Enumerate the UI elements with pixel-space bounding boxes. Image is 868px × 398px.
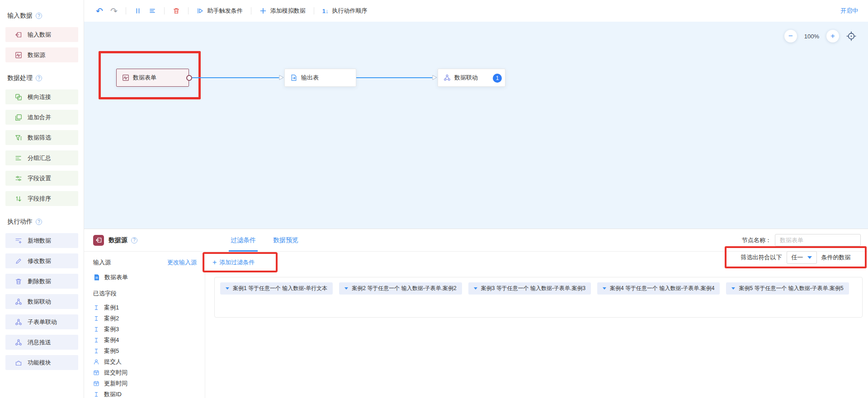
align-vertical-icon[interactable] (134, 7, 142, 14)
sidebar-item-label: 字段设置 (28, 174, 51, 183)
filter-icon (15, 134, 22, 141)
sidebar-item[interactable]: 修改数据 (5, 253, 78, 268)
trash-icon[interactable] (173, 7, 180, 14)
help-icon[interactable]: ? (36, 219, 42, 225)
panel-body: 输入源 更改输入源 数据表单 已选字段 案例1案例2案例3案例4案例5提交人提交… (84, 252, 868, 398)
field-item[interactable]: 案例5 (93, 346, 197, 356)
node-count-badge: 1 (493, 74, 502, 83)
sidebar-item[interactable]: 功能模块 (5, 355, 78, 370)
node-output-table[interactable]: 输出表 (284, 69, 356, 87)
help-icon[interactable]: ? (36, 75, 42, 81)
sidebar-item[interactable]: 数据联动 (5, 294, 78, 309)
node-output-port[interactable] (186, 75, 192, 81)
sidebar-item[interactable]: 数据筛选 (5, 130, 78, 145)
datasource-node-icon (93, 235, 104, 246)
edge-connector (192, 77, 279, 78)
filter-condition-chip[interactable]: 案例4 等于任意一个 输入数据-子表单.案例4 (597, 282, 720, 295)
share-icon (15, 339, 22, 346)
field-item[interactable]: 案例1 (93, 302, 197, 313)
sidebar-item-label: 输入数据 (28, 31, 51, 39)
field-name: 提交人 (104, 358, 122, 366)
text-field-icon (93, 348, 99, 354)
field-item[interactable]: 案例4 (93, 335, 197, 346)
add-filter-condition-button[interactable]: + 添加过滤条件 (212, 258, 255, 267)
flow-canvas[interactable]: 数据表单 输出表 数据联动 1 − 100% + (84, 22, 868, 229)
plus-icon (259, 7, 267, 14)
field-item[interactable]: 提交人 (93, 356, 197, 367)
node-name-input[interactable] (775, 234, 861, 246)
field-name: 提交时间 (104, 369, 127, 377)
text-field-icon (93, 337, 99, 343)
toolbar-divider (314, 7, 314, 14)
field-name: 数据ID (104, 390, 122, 398)
field-item[interactable]: 案例2 (93, 313, 197, 324)
node-label: 数据表单 (133, 74, 156, 82)
sidebar-item[interactable]: 字段排序 (5, 191, 78, 206)
sidebar-item[interactable]: 分组汇总 (5, 150, 78, 165)
filter-condition-chip[interactable]: 案例5 等于任意一个 输入数据-子表单.案例5 (726, 282, 849, 295)
calendar-icon (93, 380, 99, 387)
source-form-name: 数据表单 (104, 273, 128, 281)
fit-view-icon[interactable] (846, 31, 856, 41)
field-item[interactable]: 更新时间 (93, 378, 197, 389)
append-icon (15, 114, 22, 121)
filter-condition-chip[interactable]: 案例2 等于任意一个 输入数据-子表单.案例2 (339, 282, 462, 295)
node-data-linkage[interactable]: 数据联动 1 (438, 69, 505, 87)
status-toggle[interactable]: 开启中 (840, 7, 858, 15)
sidebar-item[interactable]: 消息推送 (5, 335, 78, 350)
add-mock-data-button[interactable]: 添加模拟数据 (259, 7, 306, 15)
zoom-out-button[interactable]: − (784, 30, 797, 42)
sidebar-section-title: 数据处理? (7, 74, 84, 82)
field-name: 案例2 (104, 314, 119, 323)
sidebar-item[interactable]: 新增数据 (5, 233, 78, 248)
join-icon (15, 94, 22, 101)
sidebar-section: 输入数据?输入数据数据源 (0, 12, 84, 62)
field-item[interactable]: 提交时间 (93, 367, 197, 378)
sidebar-item[interactable]: 数据源 (5, 47, 78, 62)
panel-tabs: 过滤条件 数据预览 (231, 229, 298, 252)
zoom-in-button[interactable]: + (826, 30, 839, 42)
filter-condition-chip[interactable]: 案例3 等于任意一个 输入数据-子表单.案例3 (468, 282, 591, 295)
sidebar-item-label: 数据联动 (28, 298, 51, 306)
help-icon[interactable]: ? (36, 13, 42, 19)
source-form-item[interactable]: 数据表单 (93, 272, 197, 282)
node-name-label: 节点名称： (742, 236, 771, 244)
sidebar-item[interactable]: 追加合并 (5, 110, 78, 125)
sidebar-item[interactable]: 字段设置 (5, 171, 78, 186)
add-mock-data-label: 添加模拟数据 (270, 7, 306, 15)
import-icon (95, 237, 102, 243)
action-order-button[interactable]: 1↓ 执行动作顺序 (322, 7, 368, 15)
field-name: 案例3 (104, 325, 119, 333)
toolbar: ↶ ↷ 助手触发条件 添加模拟数据 1↓ 执行动作 (84, 0, 868, 22)
user-icon (93, 359, 99, 365)
field-item[interactable]: 数据ID (93, 389, 197, 398)
sidebar-item-label: 数据筛选 (28, 134, 51, 142)
field-list: 案例1案例2案例3案例4案例5提交人提交时间更新时间数据ID (93, 302, 197, 398)
align-horizontal-icon[interactable] (149, 7, 156, 14)
sidebar-item[interactable]: 子表单联动 (5, 314, 78, 329)
chevron-down-icon (603, 287, 606, 290)
sidebar-item[interactable]: 横向连接 (5, 89, 78, 104)
help-icon[interactable]: ? (131, 237, 137, 243)
chevron-down-icon (226, 287, 229, 290)
sidebar-section: 数据处理?横向连接追加合并数据筛选分组汇总字段设置字段排序 (0, 74, 84, 206)
tab-filter-conditions[interactable]: 过滤条件 (231, 229, 256, 252)
group-icon (15, 155, 22, 162)
share-icon (15, 318, 22, 326)
filter-condition-chip[interactable]: 案例1 等于任意一个 输入数据-单行文本 (220, 282, 333, 295)
sidebar-item[interactable]: 删除数据 (5, 274, 78, 289)
sidebar-item-label: 子表单联动 (28, 318, 57, 326)
sidebar-section-label: 输入数据 (7, 12, 33, 20)
tab-data-preview[interactable]: 数据预览 (273, 229, 298, 252)
field-item[interactable]: 案例3 (93, 324, 197, 335)
node-data-form[interactable]: 数据表单 (116, 69, 189, 87)
sidebar-section-label: 执行动作 (7, 218, 33, 226)
assistant-trigger-button[interactable]: 助手触发条件 (197, 7, 243, 15)
undo-icon[interactable]: ↶ (96, 6, 103, 16)
field-name: 案例5 (104, 347, 119, 355)
change-input-source-link[interactable]: 更改输入源 (167, 258, 197, 267)
sidebar-item[interactable]: 输入数据 (5, 27, 78, 42)
trash-icon (15, 278, 22, 285)
match-mode-select[interactable]: 任一 (787, 251, 817, 264)
redo-icon[interactable]: ↷ (110, 6, 118, 16)
